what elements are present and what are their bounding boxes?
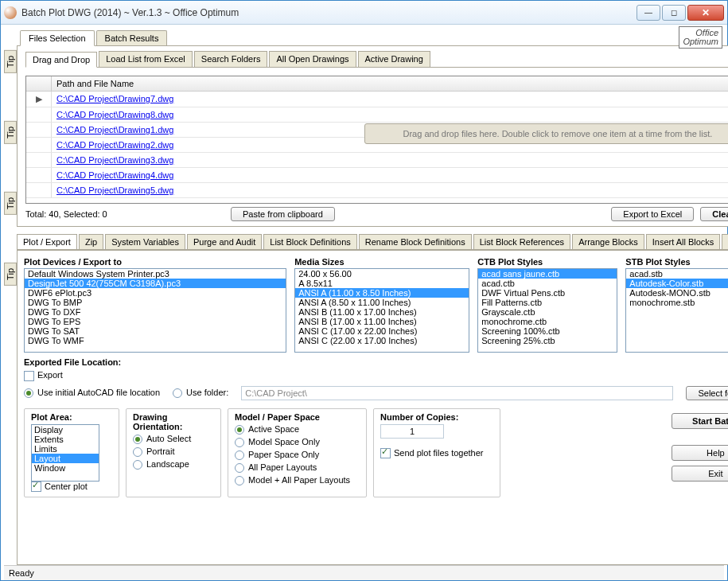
list-item[interactable]: Extents [32, 435, 99, 444]
list-item[interactable]: DesignJet 500 42(755CM C3198A).pc3 [25, 279, 286, 288]
list-item[interactable]: DWG To BMP [25, 298, 286, 307]
tab-search-folders[interactable]: Search Folders [194, 51, 268, 67]
list-item[interactable]: Default Windows System Printer.pc3 [25, 269, 286, 279]
use-initial-location-radio[interactable]: Use initial AutoCAD file location [24, 388, 160, 398]
list-item[interactable]: DWF Virtual Pens.ctb [478, 288, 617, 298]
export-checkbox[interactable]: Export [24, 370, 63, 381]
list-item[interactable]: Display [32, 425, 99, 435]
center-plot-checkbox[interactable]: Center plot [31, 482, 88, 491]
exit-button[interactable]: Exit [672, 466, 728, 482]
action-tab[interactable]: Lis [722, 234, 728, 249]
list-item[interactable]: Autodesk-Color.stb [626, 279, 728, 288]
action-tab[interactable]: List Block Definitions [263, 234, 357, 249]
use-folder-radio[interactable]: Use folder: [173, 388, 228, 398]
tip-button-1[interactable]: Tip [4, 50, 17, 73]
action-tab[interactable]: Insert All Blocks [646, 234, 721, 249]
action-tab[interactable]: Arrange Blocks [572, 234, 644, 249]
action-tab[interactable]: Purge and Audit [187, 234, 262, 249]
file-path-cell[interactable]: C:\CAD Project\Drawing4.dwg [52, 168, 728, 182]
select-folder-button[interactable]: Select folder [686, 386, 728, 400]
file-path-link[interactable]: C:\CAD Project\Drawing7.dwg [56, 94, 173, 103]
list-item[interactable]: Window [32, 463, 99, 473]
list-item[interactable]: Grayscale.ctb [478, 307, 617, 317]
action-tab[interactable]: System Variables [105, 234, 185, 249]
file-row[interactable]: C:\CAD Project\Drawing3.dwg [26, 153, 728, 168]
export-to-excel-button[interactable]: Export to Excel [611, 207, 694, 221]
list-item[interactable]: monochrome.ctb [478, 317, 617, 326]
plot-area-list[interactable]: DisplayExtentsLimitsLayoutWindow [31, 424, 99, 482]
list-item[interactable]: Layout [32, 454, 99, 463]
list-item[interactable]: ANSI A (8.50 x 11.00 Inches) [295, 298, 469, 307]
file-row[interactable]: C:\CAD Project\Drawing5.dwg [26, 183, 728, 198]
folder-path-input[interactable]: C:\CAD Project\ [241, 386, 673, 400]
tip-button-4[interactable]: Tip [4, 263, 17, 286]
tab-all-open-drawings[interactable]: All Open Drawings [269, 51, 356, 67]
tip-button-2[interactable]: Tip [4, 121, 17, 144]
list-item[interactable]: ANSI C (17.00 x 22.00 Inches) [295, 326, 469, 336]
tab-active-drawing[interactable]: Active Drawing [358, 51, 430, 67]
list-item[interactable]: 24.00 x 56.00 [295, 269, 469, 279]
maximize-button[interactable]: ◻ [662, 5, 686, 21]
clear-list-button[interactable]: Clear List [700, 207, 728, 221]
grid-filename-header[interactable]: Path and File Name [52, 76, 728, 91]
tab-batch-results[interactable]: Batch Results [96, 30, 168, 45]
action-tab[interactable]: Zip [79, 234, 103, 249]
list-item[interactable]: acad sans jaune.ctb [478, 269, 617, 279]
stb-styles-list[interactable]: acad.stbAutodesk-Color.stbAutodesk-MONO.… [625, 268, 728, 353]
file-path-link[interactable]: C:\CAD Project\Drawing4.dwg [56, 170, 173, 180]
file-path-link[interactable]: C:\CAD Project\Drawing8.dwg [56, 110, 173, 119]
start-batch-button[interactable]: Start Batch [672, 413, 728, 429]
list-item[interactable]: monochrome.stb [626, 298, 728, 307]
list-item[interactable]: ANSI B (11.00 x 17.00 Inches) [295, 307, 469, 317]
list-item[interactable]: Fill Patterns.ctb [478, 298, 617, 307]
close-button[interactable]: ✕ [687, 5, 724, 21]
file-row[interactable]: C:\CAD Project\Drawing8.dwg [26, 107, 728, 123]
file-path-cell[interactable]: C:\CAD Project\Drawing8.dwg [52, 107, 728, 122]
list-item[interactable]: ANSI B (17.00 x 11.00 Inches) [295, 317, 469, 326]
list-item[interactable]: DWG To DXF [25, 307, 286, 317]
action-tab[interactable]: Plot / Export [17, 234, 77, 250]
list-item[interactable]: Screening 25%.ctb [478, 336, 617, 345]
file-path-link[interactable]: C:\CAD Project\Drawing3.dwg [56, 155, 173, 165]
list-item[interactable]: A 8.5x11 [295, 279, 469, 288]
space-paper-only-radio[interactable]: Paper Space Only [235, 450, 360, 460]
space-active-radio[interactable]: Active Space [235, 424, 360, 435]
list-item[interactable]: Autodesk-MONO.stb [626, 288, 728, 298]
orientation-landscape-radio[interactable]: Landscape [133, 459, 214, 470]
list-item[interactable]: DWG To WMF [25, 336, 286, 345]
action-tab[interactable]: List Block References [473, 234, 570, 249]
tab-drag-and-drop[interactable]: Drag and Drop [25, 52, 97, 68]
tab-load-list-excel[interactable]: Load List from Excel [99, 51, 193, 67]
space-model-only-radio[interactable]: Model Space Only [235, 437, 360, 447]
file-grid[interactable]: Path and File Name Drag and drop files h… [25, 76, 728, 204]
copies-input[interactable] [380, 424, 444, 439]
help-button[interactable]: Help [672, 445, 728, 461]
action-tab[interactable]: Rename Block Definitions [359, 234, 472, 249]
ctb-styles-list[interactable]: acad sans jaune.ctbacad.ctbDWF Virtual P… [477, 268, 617, 353]
list-item[interactable]: Limits [32, 444, 99, 454]
file-path-cell[interactable]: C:\CAD Project\Drawing5.dwg [52, 183, 728, 197]
list-item[interactable]: ANSI A (11.00 x 8.50 Inches) [295, 288, 469, 298]
send-together-checkbox[interactable]: Send plot files together [380, 448, 484, 458]
file-path-link[interactable]: C:\CAD Project\Drawing5.dwg [56, 185, 173, 195]
list-item[interactable]: DWG To SAT [25, 326, 286, 336]
plot-devices-list[interactable]: Default Windows System Printer.pc3Design… [24, 268, 286, 353]
list-item[interactable]: DWF6 ePlot.pc3 [25, 288, 286, 298]
orientation-auto-radio[interactable]: Auto Select [133, 434, 214, 444]
file-path-link[interactable]: C:\CAD Project\Drawing1.dwg [56, 125, 173, 135]
tab-files-selection[interactable]: Files Selection [20, 30, 95, 46]
file-path-cell[interactable]: C:\CAD Project\Drawing7.dwg [52, 92, 728, 107]
media-sizes-list[interactable]: 24.00 x 56.00A 8.5x11ANSI A (11.00 x 8.5… [294, 268, 469, 353]
paste-from-clipboard-button[interactable]: Paste from clipboard [231, 207, 335, 221]
list-item[interactable]: acad.stb [626, 269, 728, 279]
tip-button-3[interactable]: Tip [4, 192, 17, 215]
list-item[interactable]: DWG To EPS [25, 317, 286, 326]
file-path-cell[interactable]: C:\CAD Project\Drawing3.dwg [52, 153, 728, 167]
space-model-all-radio[interactable]: Model + All Paper Layouts [235, 475, 360, 485]
minimize-button[interactable]: — [637, 5, 660, 21]
list-item[interactable]: acad.ctb [478, 279, 617, 288]
list-item[interactable]: Screening 100%.ctb [478, 326, 617, 336]
file-path-link[interactable]: C:\CAD Project\Drawing2.dwg [56, 140, 173, 150]
file-row[interactable]: ▶C:\CAD Project\Drawing7.dwg [26, 92, 728, 107]
list-item[interactable]: ANSI C (22.00 x 17.00 Inches) [295, 336, 469, 345]
